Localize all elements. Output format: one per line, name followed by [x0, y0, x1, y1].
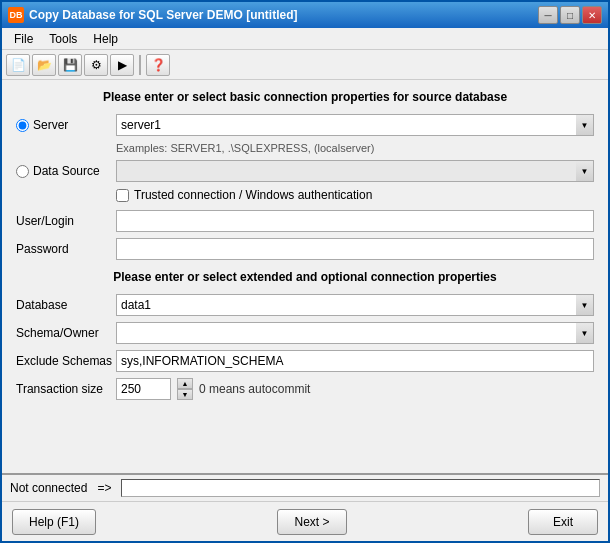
datasource-input[interactable]	[116, 160, 594, 182]
password-row: Password	[16, 238, 594, 260]
window-title: Copy Database for SQL Server DEMO [untit…	[29, 8, 298, 22]
spinner-down-button[interactable]: ▼	[177, 389, 193, 400]
server-dropdown-wrapper: ▼	[116, 114, 594, 136]
transaction-size-row: Transaction size ▲ ▼ 0 means autocommit	[16, 378, 594, 400]
schema-row: Schema/Owner ▼	[16, 322, 594, 344]
exit-button[interactable]: Exit	[528, 509, 598, 535]
toolbar-new-button[interactable]: 📄	[6, 54, 30, 76]
maximize-button[interactable]: □	[560, 6, 580, 24]
toolbar-open-button[interactable]: 📂	[32, 54, 56, 76]
exclude-schemas-row: Exclude Schemas	[16, 350, 594, 372]
app-icon: DB	[8, 7, 24, 23]
menu-bar: File Tools Help	[2, 28, 608, 50]
userlogin-row: User/Login	[16, 210, 594, 232]
database-dropdown-button[interactable]: ▼	[576, 294, 594, 316]
datasource-row: Data Source ▼	[16, 160, 594, 182]
close-button[interactable]: ✕	[582, 6, 602, 24]
database-label: Database	[16, 298, 116, 312]
schema-input[interactable]	[116, 322, 594, 344]
toolbar-help-button[interactable]: ❓	[146, 54, 170, 76]
minimize-button[interactable]: ─	[538, 6, 558, 24]
menu-help[interactable]: Help	[85, 30, 126, 48]
userlogin-label: User/Login	[16, 214, 116, 228]
status-bar: Not connected =>	[2, 473, 608, 501]
help-button[interactable]: Help (F1)	[12, 509, 96, 535]
source-section-header: Please enter or select basic connection …	[16, 90, 594, 104]
datasource-dropdown-wrapper: ▼	[116, 160, 594, 182]
menu-file[interactable]: File	[6, 30, 41, 48]
schema-label: Schema/Owner	[16, 326, 116, 340]
database-dropdown-wrapper: ▼	[116, 294, 594, 316]
exclude-schemas-label: Exclude Schemas	[16, 354, 116, 368]
datasource-radio[interactable]	[16, 165, 29, 178]
password-input[interactable]	[116, 238, 594, 260]
trusted-connection-checkbox[interactable]	[116, 189, 129, 202]
extended-section-header: Please enter or select extended and opti…	[16, 270, 594, 284]
datasource-dropdown-button[interactable]: ▼	[576, 160, 594, 182]
transaction-size-label: Transaction size	[16, 382, 116, 396]
status-arrow: =>	[97, 481, 111, 495]
trusted-connection-group: Trusted connection / Windows authenticat…	[116, 188, 594, 202]
datasource-label: Data Source	[33, 164, 100, 178]
server-label: Server	[33, 118, 68, 132]
next-button[interactable]: Next >	[277, 509, 347, 535]
title-bar: DB Copy Database for SQL Server DEMO [un…	[2, 2, 608, 28]
toolbar-run-button[interactable]: ▶	[110, 54, 134, 76]
toolbar: 📄 📂 💾 ⚙ ▶ ❓	[2, 50, 608, 80]
window-body: Please enter or select basic connection …	[2, 80, 608, 541]
server-input[interactable]	[116, 114, 594, 136]
button-bar: Help (F1) Next > Exit	[2, 501, 608, 541]
status-text: Not connected	[10, 481, 87, 495]
toolbar-separator	[139, 55, 141, 75]
exclude-schemas-input[interactable]	[116, 350, 594, 372]
status-box	[121, 479, 600, 497]
server-radio-label[interactable]: Server	[16, 118, 116, 132]
userlogin-input[interactable]	[116, 210, 594, 232]
autocommit-text: 0 means autocommit	[199, 382, 310, 396]
password-label: Password	[16, 242, 116, 256]
trusted-connection-label[interactable]: Trusted connection / Windows authenticat…	[134, 188, 372, 202]
schema-dropdown-wrapper: ▼	[116, 322, 594, 344]
toolbar-save-button[interactable]: 💾	[58, 54, 82, 76]
database-row: Database ▼	[16, 294, 594, 316]
server-row: Server ▼	[16, 114, 594, 136]
transaction-size-input[interactable]	[116, 378, 171, 400]
spinner-wrapper: ▲ ▼	[177, 378, 193, 400]
toolbar-settings-button[interactable]: ⚙	[84, 54, 108, 76]
schema-dropdown-button[interactable]: ▼	[576, 322, 594, 344]
menu-tools[interactable]: Tools	[41, 30, 85, 48]
transaction-wrapper: ▲ ▼ 0 means autocommit	[116, 378, 310, 400]
database-input[interactable]	[116, 294, 594, 316]
datasource-radio-label[interactable]: Data Source	[16, 164, 116, 178]
main-window: DB Copy Database for SQL Server DEMO [un…	[0, 0, 610, 543]
server-hint: Examples: SERVER1, .\SQLEXPRESS, (locals…	[116, 142, 594, 154]
server-radio[interactable]	[16, 119, 29, 132]
server-dropdown-button[interactable]: ▼	[576, 114, 594, 136]
title-bar-buttons: ─ □ ✕	[538, 6, 602, 24]
title-bar-left: DB Copy Database for SQL Server DEMO [un…	[8, 7, 298, 23]
spinner-up-button[interactable]: ▲	[177, 378, 193, 389]
main-content: Please enter or select basic connection …	[2, 80, 608, 473]
